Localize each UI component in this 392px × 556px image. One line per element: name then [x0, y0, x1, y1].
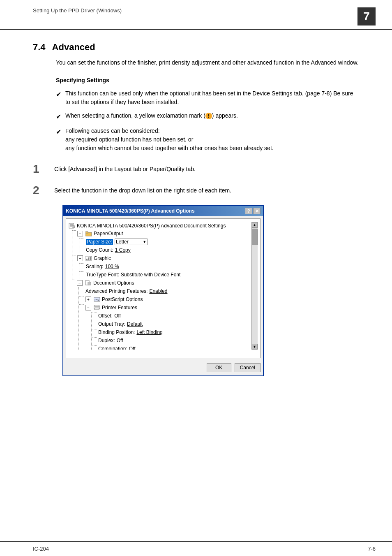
advanced-printing-item: Advanced Printing Features: Enabled: [79, 287, 250, 295]
dialog-scroll-area: KONICA MINOLTA 500/420/360PS(P) Advanced…: [69, 222, 258, 350]
paper-output-folder-icon: [85, 231, 92, 236]
printer-features-children: Offset: Off Output Tray: Default: [91, 312, 250, 350]
step-1-text: Click [Advanced] in the Layout tab or Pa…: [54, 162, 196, 174]
advanced-printing-label: Advanced Printing Features:: [85, 288, 148, 294]
bullet-list: ✔ This function can be used only when th…: [56, 89, 359, 153]
tree-root-item: KONICA MINOLTA 500/420/360PS(P) Advanced…: [69, 222, 250, 229]
paper-size-label: Paper Size:: [86, 239, 113, 245]
header-title: Setting Up the PPD Driver (Windows): [33, 7, 122, 14]
footer-right: 7-6: [368, 546, 376, 552]
page-header: Setting Up the PPD Driver (Windows) 7: [0, 0, 392, 30]
dialog-scrollbar[interactable]: ▲ ▼: [251, 222, 258, 350]
svg-text:PS: PS: [95, 298, 99, 302]
truetype-font-label: TrueType Font:: [86, 272, 119, 278]
dialog-titlebar: KONICA MINOLTA 500/420/360PS(P) Advanced…: [63, 206, 263, 216]
printer-features-icon: [94, 305, 100, 310]
section-number: 7.4: [33, 42, 46, 53]
copy-count-label: Copy Count:: [86, 247, 113, 253]
bullet-text-1: This function can be used only when the …: [65, 89, 359, 107]
paper-output-header[interactable]: − Paper/Output: [72, 229, 250, 238]
document-options-items: Advanced Printing Features: Enabled +: [78, 287, 250, 350]
bullet-text-2-before: When selecting a function, a yellow excl…: [65, 112, 205, 119]
scaling-value[interactable]: 100 %: [105, 264, 119, 269]
dialog-cancel-button[interactable]: Cancel: [235, 363, 261, 372]
binding-position-item: Binding Position: Left Binding: [92, 328, 250, 336]
duplex-label: Duplex:: [98, 338, 115, 343]
svg-rect-18: [95, 308, 99, 310]
paper-size-value: Letter: [116, 239, 129, 245]
offset-value[interactable]: Off: [114, 313, 121, 319]
page-content: 7.4 Advanced You can set the functions o…: [0, 30, 392, 541]
paper-size-dropdown-arrow: ▼: [143, 240, 146, 244]
section-description: You can set the functions of the finishe…: [56, 58, 359, 67]
output-tray-label: Output Tray:: [98, 321, 125, 327]
copy-count-item: Copy Count: 1 Copy: [79, 246, 250, 254]
binding-position-value[interactable]: Left Binding: [136, 329, 162, 335]
section-heading: 7.4 Advanced: [33, 42, 359, 53]
output-tray-value[interactable]: Default: [127, 321, 143, 327]
checkmark-icon-3: ✔: [56, 127, 61, 137]
step-2-text: Select the function in the drop down lis…: [54, 184, 231, 195]
advanced-printing-value[interactable]: Enabled: [149, 288, 167, 294]
truetype-font-value[interactable]: Substitute with Device Font: [121, 272, 180, 278]
paper-size-item: Paper Size: Letter ▼: [79, 238, 250, 246]
dialog-ok-button[interactable]: OK: [207, 363, 231, 372]
checkmark-icon-1: ✔: [56, 90, 61, 100]
svg-rect-4: [73, 226, 75, 228]
postscript-options-item[interactable]: + PS PostScript Options: [79, 295, 250, 303]
paper-output-items: Paper Size: Letter ▼: [79, 238, 250, 254]
svg-rect-6: [85, 232, 88, 233]
document-options-label: Document Options: [93, 280, 134, 286]
document-options-icon: [85, 280, 92, 286]
dialog-title-buttons: ? ✕: [245, 208, 261, 214]
graphic-icon: [85, 255, 92, 261]
bullet-text-3: Following causes can be considered: any …: [65, 127, 359, 153]
graphic-header[interactable]: − Graphic: [72, 254, 250, 262]
copy-count-value[interactable]: 1 Copy: [115, 247, 131, 253]
advanced-options-dialog: KONICA MINOLTA 500/420/360PS(P) Advanced…: [62, 205, 264, 376]
dialog-close-button[interactable]: ✕: [253, 208, 261, 214]
scrollbar-thumb[interactable]: [252, 229, 258, 245]
document-settings-icon: [69, 223, 75, 229]
postscript-icon: PS: [94, 297, 100, 302]
postscript-options-label: PostScript Options: [102, 297, 143, 302]
combination-value[interactable]: Off: [129, 346, 136, 350]
scaling-item: Scaling: 100 %: [79, 262, 250, 271]
truetype-font-item: TrueType Font: Substitute with Device Fo…: [79, 271, 250, 279]
step-2-container: 2 Select the function in the drop down l…: [33, 184, 359, 197]
offset-item: Offset: Off: [92, 312, 250, 320]
paper-output-group: − Paper/Output: [72, 229, 250, 254]
paper-output-expand[interactable]: −: [77, 231, 83, 236]
dialog-title: KONICA MINOLTA 500/420/360PS(P) Advanced…: [66, 208, 245, 214]
step-1-container: 1 Click [Advanced] in the Layout tab or …: [33, 162, 359, 176]
document-options-header[interactable]: − Document Options: [72, 279, 250, 287]
document-options-expand[interactable]: −: [77, 280, 83, 286]
scaling-label: Scaling:: [86, 264, 104, 269]
page-container: Setting Up the PPD Driver (Windows) 7 7.…: [0, 0, 392, 556]
duplex-value[interactable]: Off: [117, 338, 123, 343]
combination-label: Combination:: [98, 346, 127, 350]
postscript-options-expand[interactable]: +: [85, 297, 91, 302]
subsection-title: Specifying Settings: [56, 77, 359, 83]
tree-content: KONICA MINOLTA 500/420/360PS(P) Advanced…: [69, 222, 258, 350]
offset-label: Offset:: [98, 313, 113, 319]
printer-features-expand[interactable]: −: [85, 305, 91, 310]
svg-rect-13: [88, 283, 90, 285]
dialog-help-button[interactable]: ?: [245, 208, 252, 214]
combination-item: Combination: Off: [92, 345, 250, 350]
step-1-number: 1: [33, 162, 48, 176]
svg-rect-10: [90, 257, 91, 260]
checkmark-icon-2: ✔: [56, 112, 61, 122]
paper-size-select[interactable]: Letter ▼: [115, 239, 148, 245]
scrollbar-up-button[interactable]: ▲: [252, 222, 258, 228]
bullet-item-2: ✔ When selecting a function, a yellow ex…: [56, 111, 359, 122]
graphic-expand[interactable]: −: [77, 255, 83, 261]
printer-features-header[interactable]: − Printer Features: [79, 303, 250, 312]
warning-exclamation-icon: !: [205, 113, 212, 119]
bullet-text-2: When selecting a function, a yellow excl…: [65, 111, 359, 120]
scrollbar-down-button[interactable]: ▼: [252, 344, 258, 350]
dialog-body: KONICA MINOLTA 500/420/360PS(P) Advanced…: [66, 218, 261, 358]
dialog-footer: OK Cancel: [63, 361, 263, 375]
footer-left: IC-204: [33, 546, 49, 552]
binding-position-label: Binding Position:: [98, 329, 135, 335]
